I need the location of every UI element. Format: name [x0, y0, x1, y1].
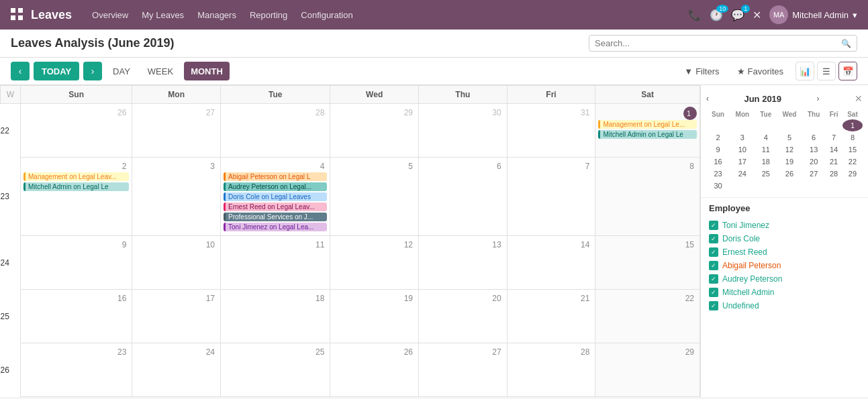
day-cell[interactable]: 26: [21, 104, 132, 158]
nav-configuration[interactable]: Configuration: [301, 10, 352, 20]
day-cell[interactable]: 29: [330, 104, 419, 158]
day-cell[interactable]: 4: [419, 397, 508, 398]
nav-managers[interactable]: Managers: [197, 10, 236, 20]
view-month-button[interactable]: MONTH: [184, 62, 230, 80]
day-cell[interactable]: 9: [21, 236, 132, 290]
phone-icon[interactable]: 📞: [688, 9, 702, 21]
nav-reporting[interactable]: Reporting: [250, 10, 287, 20]
day-cell[interactable]: 10: [132, 236, 221, 290]
day-cell[interactable]: 16: [21, 290, 132, 343]
employee-item[interactable]: ✓Abigail Peterson: [709, 259, 860, 272]
day-cell[interactable]: 25: [221, 343, 330, 397]
day-cell[interactable]: 19: [330, 290, 419, 343]
day-cell[interactable]: 29: [595, 343, 700, 397]
mini-cal-day[interactable]: 12: [777, 144, 802, 156]
day-cell[interactable]: 3: [330, 397, 419, 398]
day-cell[interactable]: 7: [507, 158, 595, 236]
employee-checkbox[interactable]: ✓: [709, 274, 718, 284]
employee-checkbox[interactable]: ✓: [709, 234, 718, 243]
mini-cal-day[interactable]: 16: [706, 156, 730, 168]
calendar-event[interactable]: Doris Cole on Legal Leaves: [224, 192, 327, 201]
day-cell[interactable]: 22: [595, 290, 700, 343]
employee-checkbox[interactable]: ✓: [709, 221, 718, 230]
employee-item[interactable]: ✓Doris Cole: [709, 232, 860, 245]
mini-cal-close[interactable]: ✕: [855, 93, 863, 104]
mini-cal-day[interactable]: 27: [802, 168, 825, 180]
day-cell[interactable]: 15: [595, 236, 700, 290]
day-cell[interactable]: 18: [221, 290, 330, 343]
day-cell[interactable]: 5: [330, 158, 419, 236]
nav-myleaves[interactable]: My Leaves: [142, 10, 184, 20]
view-week-button[interactable]: WEEK: [141, 62, 180, 80]
day-cell[interactable]: 3: [132, 158, 221, 236]
day-cell[interactable]: 11: [221, 236, 330, 290]
day-cell[interactable]: 17: [132, 290, 221, 343]
day-cell[interactable]: 21: [507, 290, 595, 343]
calendar-event[interactable]: Ernest Reed on Legal Leav...: [224, 203, 327, 211]
mini-cal-day[interactable]: 17: [730, 156, 755, 168]
day-cell[interactable]: 1Management on Legal Le...Mitchell Admin…: [595, 104, 700, 158]
mini-cal-day[interactable]: 4: [755, 131, 777, 144]
day-cell[interactable]: 1: [132, 397, 221, 398]
calendar-event[interactable]: Professional Services on J...: [224, 213, 327, 221]
employee-item[interactable]: ✓Ernest Reed: [709, 245, 860, 259]
day-cell[interactable]: 30: [419, 104, 508, 158]
mini-cal-day[interactable]: 5: [777, 131, 802, 144]
employee-checkbox[interactable]: ✓: [709, 247, 718, 257]
mini-cal-next[interactable]: ›: [817, 94, 820, 103]
mini-cal-day[interactable]: 1: [842, 119, 863, 131]
day-cell[interactable]: 26: [330, 343, 419, 397]
calendar-event[interactable]: Mitchell Admin on Legal Le: [23, 182, 129, 191]
calendar-view-button[interactable]: 📅: [838, 62, 857, 80]
close-icon[interactable]: ✕: [753, 9, 761, 21]
calendar-event[interactable]: Management on Legal Le...: [598, 120, 697, 129]
employee-item[interactable]: ✓Audrey Peterson: [709, 272, 860, 286]
favorites-button[interactable]: ★ Favorites: [732, 64, 789, 79]
app-grid-icon[interactable]: [11, 8, 23, 22]
day-cell[interactable]: 27: [419, 343, 508, 397]
prev-button[interactable]: ‹: [11, 62, 30, 80]
messages-icon[interactable]: 💬1: [731, 9, 744, 21]
mini-cal-day[interactable]: 28: [825, 168, 842, 180]
calendar-event[interactable]: Abigail Peterson on Legal L: [224, 172, 327, 181]
mini-cal-day[interactable]: 2: [706, 131, 730, 144]
mini-cal-day[interactable]: 6: [802, 131, 825, 144]
calendar-event[interactable]: Toni Jimenez on Legal Lea...: [224, 223, 327, 231]
mini-cal-day[interactable]: 15: [842, 144, 863, 156]
day-cell[interactable]: 6: [419, 158, 508, 236]
search-icon[interactable]: 🔍: [841, 39, 851, 48]
list-view-button[interactable]: ☰: [817, 62, 836, 80]
employee-checkbox[interactable]: ✓: [709, 261, 718, 270]
mini-cal-day[interactable]: 20: [802, 156, 825, 168]
mini-cal-day[interactable]: 22: [842, 156, 863, 168]
day-cell[interactable]: 13: [419, 236, 508, 290]
bar-chart-view-button[interactable]: 📊: [795, 62, 814, 80]
day-cell[interactable]: 23: [21, 343, 132, 397]
day-cell[interactable]: 31: [507, 104, 595, 158]
day-cell[interactable]: 6: [595, 397, 700, 398]
mini-cal-day[interactable]: 19: [777, 156, 802, 168]
mini-cal-day[interactable]: 26: [777, 168, 802, 180]
day-cell[interactable]: 5: [507, 397, 595, 398]
mini-cal-day[interactable]: 25: [755, 168, 777, 180]
mini-cal-prev[interactable]: ‹: [706, 94, 709, 103]
mini-cal-day[interactable]: 3: [730, 131, 755, 144]
mini-cal-day[interactable]: 24: [730, 168, 755, 180]
mini-cal-day[interactable]: 9: [706, 144, 730, 156]
mini-cal-day[interactable]: 10: [730, 144, 755, 156]
day-cell[interactable]: 2Management on Legal Leav...Mitchell Adm…: [21, 158, 132, 236]
mini-cal-day[interactable]: 21: [825, 156, 842, 168]
mini-cal-day[interactable]: 23: [706, 168, 730, 180]
search-input[interactable]: [595, 38, 841, 48]
employee-item[interactable]: ✓Mitchell Admin: [709, 286, 860, 299]
mini-cal-day[interactable]: 14: [825, 144, 842, 156]
day-cell[interactable]: 30: [21, 397, 132, 398]
day-cell[interactable]: 28: [507, 343, 595, 397]
mini-cal-day[interactable]: 30: [706, 180, 730, 192]
next-button[interactable]: ›: [83, 62, 102, 80]
user-menu[interactable]: MA Mitchell Admin ▾: [769, 5, 857, 24]
activity-icon[interactable]: 🕐10: [710, 9, 723, 21]
calendar-event[interactable]: Mitchell Admin on Legal Le: [598, 130, 697, 139]
employee-checkbox[interactable]: ✓: [709, 288, 718, 297]
employee-item[interactable]: ✓Toni Jimenez: [709, 219, 860, 232]
